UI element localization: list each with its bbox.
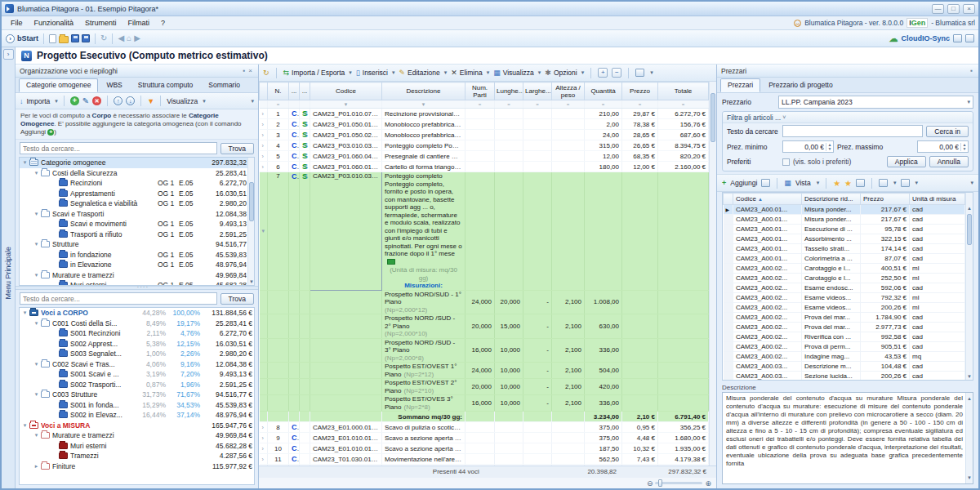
prezzari-row[interactable]: CAM23_A00.01... Colorimetria a ... 87,07… <box>724 254 965 264</box>
copy-icon[interactable] <box>761 179 770 187</box>
close-button[interactable]: × <box>963 4 975 14</box>
favorite-add-icon[interactable]: ★ <box>833 179 840 188</box>
home-icon[interactable]: ⌂ <box>127 33 131 43</box>
descrizione-scrollbar[interactable]: ▲ ▼ <box>965 393 973 483</box>
col-um[interactable]: Unità di misura <box>910 194 965 205</box>
tree-item[interactable]: ▾ C001 Costi della Si... 8,49% 19,17% 25… <box>20 318 254 329</box>
new-file-icon[interactable] <box>49 34 56 43</box>
tree-item[interactable]: ▾ Scavi e Trasporti 12.084,38 € <box>20 209 254 220</box>
grid-filter-row[interactable]: = ▼ ▼ === ==== <box>260 100 709 109</box>
tree-expander-icon[interactable]: ▾ <box>21 159 29 166</box>
preferiti-checkbox[interactable] <box>782 158 790 166</box>
prezzari-row[interactable]: CAM23_A00.02... Prova di perm... 905,51 … <box>724 342 965 352</box>
tree-item[interactable]: in fondazione OG 1 E.05 45.539,83 € <box>20 250 254 261</box>
tree-expander-icon[interactable]: ▸ <box>33 463 40 470</box>
tree-item[interactable]: S002 Apprest... 5,38% 12,15% 16.030,51 € <box>20 339 254 350</box>
prezzari-row[interactable]: CAM23_A00.03... Descrizione m... 104,48 … <box>724 362 965 372</box>
prezzari-row[interactable]: ▶ CAM23_A00.01... Misura ponder... 217,6… <box>724 205 965 215</box>
measurement-row[interactable]: Pospetto EST/OVES 3° Piano(Np=2*8) 16,00… <box>260 395 709 412</box>
menu-item[interactable]: File <box>5 19 29 27</box>
tree-expander-icon[interactable]: ▾ <box>33 391 40 398</box>
selected-computo-row[interactable]: ▾ 7 C S CAM23_P03.010.035.B Ponteggio co… <box>260 172 709 291</box>
tree-item[interactable]: ▾ Murature e tramezzi 49.969,84 € <box>20 430 254 441</box>
sync-icon-1[interactable] <box>953 34 962 42</box>
prezzo-min-spinner[interactable]: 0,00 € ▲▼ <box>782 140 834 153</box>
prezzari-tab[interactable]: Prezzari <box>720 78 760 92</box>
calc-icon[interactable] <box>856 179 865 187</box>
tree-item[interactable]: Muri esterni 45.682,28 € <box>20 441 254 452</box>
prezzari-row[interactable]: CAM23_A00.02... Carotaggio e l... 252,50… <box>724 274 965 283</box>
tree-item[interactable]: S002 Trasporti... 0,87% 1,96% 2.591,25 € <box>20 380 254 390</box>
row-codice-editor[interactable]: CAM23_P03.010.035.B <box>310 172 382 291</box>
sync-icon-2[interactable] <box>965 34 974 42</box>
grid-toolbar-button[interactable]: ▯ Inserisci ▾ <box>356 69 395 77</box>
importa-button[interactable]: Importa <box>27 97 51 105</box>
prezzo-max-spinner[interactable]: 0,00 € ▲▼ <box>917 140 969 153</box>
tree-item[interactable]: S001 Recinzioni 2,11% 4,76% 6.272,70 € <box>20 328 254 339</box>
grid-toolbar-button[interactable]: ✎ Editazione ▾ <box>399 69 447 77</box>
collapse-all-button[interactable]: − <box>612 68 621 78</box>
edit-icon[interactable]: ✎ <box>82 96 89 105</box>
prezzari-row[interactable]: CAM23_A00.01... Esecuzione di ... 95,78 … <box>724 225 965 234</box>
tree-item[interactable]: Apprestamenti OG 1 E.05 16.030,51 € <box>20 189 254 199</box>
prezzari-scrollbar[interactable]: ▲ ▼ <box>965 193 973 380</box>
save-as-icon[interactable] <box>82 34 90 42</box>
vista-button[interactable]: Vista <box>795 179 811 187</box>
measurement-row[interactable]: Prospetto NORD/SUD - 1° Piano(Np=2,000*1… <box>260 290 709 314</box>
prezzari-row[interactable]: CAM23_A00.02... Indagine mag... 43,53 € … <box>724 352 965 362</box>
tree-item[interactable]: ▸ Finiture 115.977,92 € <box>20 461 254 472</box>
measurement-row[interactable]: Prospetto NORD /SUD - 2° Piano(Np=2,000*… <box>260 314 709 339</box>
measurement-row[interactable]: Pospetto EST/OVEST 1° Piano(Np=2*12) 24,… <box>260 363 709 379</box>
col-altezza[interactable]: Altezza / peso <box>552 82 585 100</box>
maximize-button[interactable]: □ <box>947 4 960 14</box>
col-larghezza[interactable]: Larghe... <box>523 82 552 100</box>
prezzari-row[interactable]: CAM23_A00.01... Tassello strati... 174,1… <box>724 244 965 254</box>
computo-row[interactable]: › 5 C S CAM23_P01.060.040.B Presegnale d… <box>260 151 709 162</box>
computo-row[interactable]: › 2 C S CAM23_P01.050.010.A Monoblocco p… <box>260 119 709 130</box>
descrizione-text[interactable]: Misura ponderale del contenuto d'acqua s… <box>722 392 973 484</box>
col-descrizione[interactable]: Descrizione rid... <box>802 194 861 205</box>
panel-close-icon[interactable]: × <box>247 67 254 74</box>
forward-icon[interactable]: ▶ <box>134 33 140 43</box>
layout-icon-2[interactable] <box>901 179 910 187</box>
left-panel-tab[interactable]: Categorie omogenee <box>19 78 98 92</box>
zoom-in-icon[interactable]: ⊕ <box>705 479 711 488</box>
tree-item[interactable]: ▾ Costi della Sicurezza 25.283,41 € <box>20 168 254 179</box>
tree-expander-icon[interactable]: ▾ <box>33 211 40 217</box>
measurement-row[interactable]: Pospetto EST/OVEST 2° Piano(Np=2*10) 20,… <box>260 379 709 395</box>
computo-row[interactable]: › 6 C S CAM23_P01.060.010.C Cartello di … <box>260 162 709 172</box>
panel-splitter[interactable] <box>16 286 258 290</box>
zoom-out-icon[interactable]: ⊖ <box>647 479 653 488</box>
tree-item[interactable]: Recinzioni OG 1 E.05 6.272,70 € <box>20 178 254 189</box>
filter-icon[interactable]: ▼ <box>147 97 154 105</box>
col-prezzo[interactable]: Prezzo <box>861 194 910 205</box>
move-down-icon[interactable]: ↓ <box>126 96 135 105</box>
menu-item[interactable]: Funzionalità <box>29 19 80 27</box>
prezzari-search-input[interactable] <box>782 125 923 137</box>
trova-button-2[interactable]: Trova <box>220 293 254 305</box>
computo-row[interactable]: › 4 C S CAM23_P03.010.035.A Ponteggio co… <box>260 140 709 151</box>
prezzari-row[interactable]: CAM23_A00.02... Carotaggio e l... 400,51… <box>724 264 965 274</box>
prezzari-tab[interactable]: Prezzario di progetto <box>761 78 840 92</box>
grid-toolbar-button[interactable]: ✕ Elimina ▾ <box>451 69 489 77</box>
col-codice[interactable]: Codice <box>310 82 382 100</box>
tree1-scrollbar[interactable]: ▼ <box>247 158 254 285</box>
computo-row[interactable]: › 1 C S CAM23_P01.010.070.B Recinzione p… <box>260 109 709 119</box>
annulla-button[interactable]: Annulla <box>929 156 969 167</box>
prezzari-row[interactable]: CAM23_A00.01... Misura ponder... 217,67 … <box>724 215 965 225</box>
tree-item[interactable]: Trasporti a rifiuto OG 1 E.05 2.591,25 € <box>20 229 254 240</box>
menu-item[interactable]: Filmati <box>122 19 156 27</box>
col-parti[interactable]: Num. Parti <box>466 82 495 100</box>
toolbar-overflow-icon[interactable]: ▾ <box>970 180 973 186</box>
tree-item[interactable]: S001 Scavi e ... 3,19% 7,20% 9.493,13 € <box>20 369 254 380</box>
tree-item[interactable]: S001 in fonda... 15,29% 34,53% 45.539,83… <box>20 400 254 411</box>
tree-item[interactable]: ▾ Categorie omogenee 297.832,32 € <box>20 158 254 168</box>
col-totale[interactable]: Totale <box>658 82 709 100</box>
tree-expander-icon[interactable]: ▾ <box>33 432 40 439</box>
voci-search-input[interactable] <box>20 292 217 305</box>
prezzario-select[interactable]: LL.PP. Campania 2023 ▾ <box>778 96 973 109</box>
categorie-search-input[interactable] <box>20 142 217 154</box>
zoom-slider[interactable] <box>655 482 702 484</box>
bstart-button[interactable]: › bStart <box>6 34 38 43</box>
left-panel-tab[interactable]: WBS <box>99 78 129 92</box>
